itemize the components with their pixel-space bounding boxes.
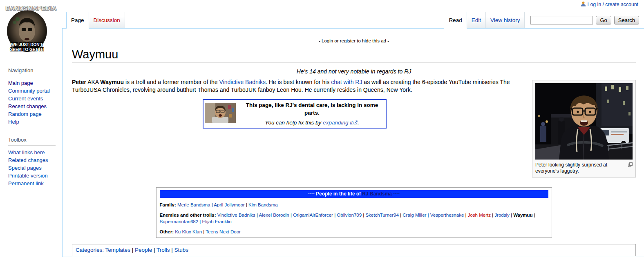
stub-notice-box: This page, like RJ's dental care, is lac…: [203, 99, 387, 129]
separator: |: [464, 213, 467, 217]
user-icon[interactable]: [581, 1, 586, 8]
stub-notice-fix-line: You can help fix this by expanding it.: [241, 119, 383, 126]
stub-notice-image: [205, 103, 236, 125]
link-chat-with-rj[interactable]: chat with RJ: [331, 79, 362, 85]
search-button[interactable]: Search: [614, 16, 639, 24]
content-area: - Login or register to hide this ad - Wa…: [62, 29, 644, 257]
link-stubs[interactable]: Stubs: [174, 247, 188, 253]
link-trolls[interactable]: Trolls: [157, 247, 170, 253]
separator: |: [152, 247, 157, 253]
link-kim-bandsma[interactable]: Kim Bandsma: [248, 202, 278, 207]
expanding-it-link[interactable]: expanding it: [323, 120, 358, 126]
thumbnail-image[interactable]: [535, 83, 633, 160]
tagline-line-2: SEEM TO GET IT!: [10, 47, 44, 52]
link-oblivion709[interactable]: Oblivion709: [337, 213, 362, 217]
separator: |: [333, 213, 337, 217]
tagline-line-1: WE JUST DON'T: [11, 42, 43, 47]
sidebar-item-what-links-here[interactable]: What links here: [8, 149, 45, 155]
link-supermariofan682[interactable]: Supermariofan682: [160, 219, 199, 224]
link-teens-next-door[interactable]: Teens Next Door: [206, 229, 241, 234]
link-people[interactable]: People: [135, 247, 152, 253]
sidebar-item-community-portal[interactable]: Community portal: [8, 88, 50, 94]
link-craig-miller[interactable]: Craig Miller: [402, 213, 426, 217]
navbox-title-suffix: ----: [392, 191, 400, 197]
separator: |: [130, 247, 135, 253]
separator: |: [202, 229, 206, 234]
separator: |: [399, 213, 402, 217]
go-button[interactable]: Go: [596, 16, 611, 24]
navbox-row: Other: Ku Klux Klan | Teens Next Door: [160, 229, 548, 235]
self-link: Waymuu: [513, 213, 533, 217]
tab-view-history-label: View history: [490, 17, 520, 23]
sidebar-item-related-changes[interactable]: Related changes: [8, 157, 48, 163]
link-origamiairenforcer[interactable]: OrigamiAirEnforcer: [293, 213, 333, 217]
sidebar-item-recent-changes[interactable]: Recent changes: [8, 103, 47, 109]
external-link-icon[interactable]: [353, 119, 358, 126]
navbox-row-label: Enemies and other trolls:: [160, 213, 217, 217]
bold-text: Peter: [72, 79, 86, 85]
site-logo[interactable]: BANDSMAPEDIA WE JUST DON'T: [6, 4, 48, 54]
link-alexei-borodin[interactable]: Alexei Borodin: [259, 213, 289, 217]
tab-discussion[interactable]: Discussion: [89, 12, 125, 28]
category-items: Templates | People | Trolls | Stubs: [105, 247, 188, 253]
stub-notice-headline: This page, like RJ's dental care, is lac…: [241, 101, 383, 117]
text-segment: is a troll and a former member of the: [124, 79, 219, 85]
article-tagline: He's 14 and not very notable in regards …: [72, 68, 636, 75]
separator: |: [170, 247, 174, 253]
search-input[interactable]: [530, 16, 593, 24]
text-segment: . He is best known for his: [266, 79, 331, 85]
tab-read-label: Read: [449, 17, 462, 23]
tab-read[interactable]: Read: [444, 12, 467, 29]
categories-label-link[interactable]: Categories:: [76, 247, 104, 253]
link-vindictive-badniks[interactable]: Vindictive Badniks: [219, 79, 266, 85]
link-ku-klux-klan[interactable]: Ku Klux Klan: [175, 229, 202, 234]
tab-edit-label: Edit: [472, 17, 481, 23]
bold-text: Waymuu: [100, 79, 124, 85]
sidebar-item-main-page[interactable]: Main page: [8, 80, 33, 86]
separator: |: [255, 213, 259, 217]
sidebar-item-special-pages[interactable]: Special pages: [8, 165, 42, 171]
sidebar-item-current-events[interactable]: Current events: [8, 95, 43, 102]
navbox-rows: Family: Merle Bandsma | April Jollymoor …: [160, 202, 548, 235]
link-templates[interactable]: Templates: [105, 247, 131, 253]
magnify-icon[interactable]: [628, 162, 633, 167]
fix-prefix: You can help fix this by: [265, 120, 323, 126]
sidebar-section-navigation: Navigation Main page Community portal Cu…: [0, 67, 62, 126]
link-josh-mertz[interactable]: Josh Mertz: [468, 213, 491, 217]
sidebar-heading-navigation: Navigation: [8, 67, 56, 76]
text-segment: AKA: [86, 79, 100, 85]
tab-page-label: Page: [71, 17, 84, 23]
separator: |: [491, 213, 494, 217]
link-april-jollymoor[interactable]: April Jollymoor: [214, 202, 244, 207]
thumbnail-caption: Peter looking slightly surprised at ever…: [535, 162, 633, 174]
link-vindictive-badniks[interactable]: Vindictive Badniks: [217, 213, 255, 217]
navbox-title-prefix: ---- People in the life of: [308, 191, 362, 197]
separator: |: [210, 202, 214, 207]
category-links: Categories: Templates | People | Trolls …: [72, 244, 636, 256]
sidebar-item-printable-version[interactable]: Printable version: [8, 173, 48, 179]
tab-page[interactable]: Page: [66, 12, 89, 29]
separator: |: [426, 213, 430, 217]
ad-notice: - Login or register to hide this ad -: [72, 38, 636, 43]
login-link[interactable]: Log in / create account: [588, 2, 638, 7]
navbox-row-label: Other:: [160, 229, 175, 234]
tab-edit[interactable]: Edit: [467, 12, 486, 28]
tab-view-history[interactable]: View history: [486, 12, 525, 28]
site-logo-title: BANDSMAPEDIA: [6, 5, 48, 11]
tab-discussion-label: Discussion: [94, 17, 120, 23]
link-elijah-franklin[interactable]: Elijah Franklin: [202, 219, 232, 224]
navbox-row-label: Family:: [160, 202, 177, 207]
tab-bar: Page Discussion Read Edit View history G…: [62, 12, 644, 29]
sidebar-item-random-page[interactable]: Random page: [8, 111, 42, 117]
navbox-row: Enemies and other trolls: Vindictive Bad…: [160, 212, 548, 225]
link-sketchturner94[interactable]: SketchTurner94: [365, 213, 398, 217]
separator: |: [510, 213, 513, 217]
sidebar-item-permanent-link[interactable]: Permanent link: [8, 180, 44, 186]
link-merle-bandsma[interactable]: Merle Bandsma: [177, 202, 210, 207]
sidebar: BANDSMAPEDIA WE JUST DON'T: [0, 0, 62, 264]
link-jrodsly[interactable]: Jrodsly: [494, 213, 509, 217]
thumbnail-caption-text: Peter looking slightly surprised at ever…: [535, 162, 607, 174]
link-vesperthesnake[interactable]: Vesperthesnake: [430, 213, 464, 217]
link-rj-bandsma[interactable]: RJ Bandsma: [362, 191, 392, 197]
sidebar-item-help[interactable]: Help: [8, 119, 19, 125]
